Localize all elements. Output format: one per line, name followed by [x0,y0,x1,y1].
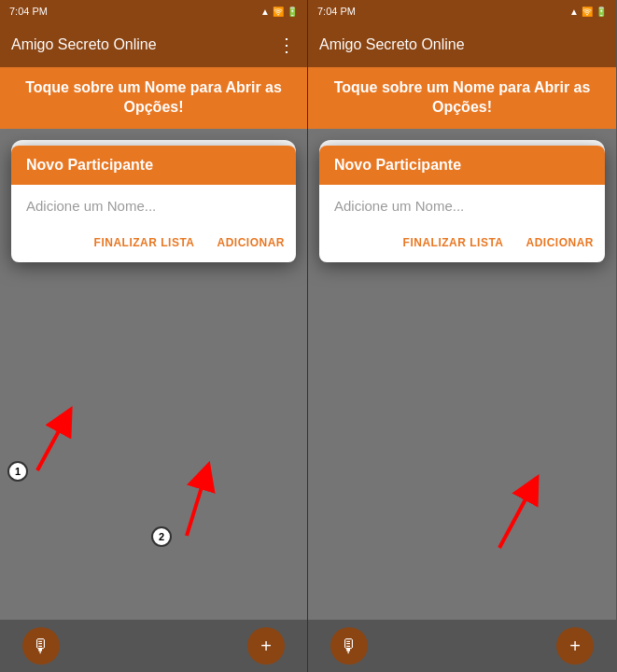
left-arrow-2-svg [131,447,224,540]
left-battery-icon: 🔋 [287,7,298,17]
left-badge-1: 1 [7,461,28,482]
right-dialog-header: Novo Participante [319,146,605,185]
right-dialog-body: Adicione um Nome... [319,185,605,229]
left-dialog-body: Adicione um Nome... [11,185,296,229]
left-dialog-input[interactable]: Adicione um Nome... [26,198,281,221]
right-finalize-button[interactable]: FINALIZAR LISTA [400,232,508,253]
right-bottom-bar: 🎙 + [308,620,616,672]
svg-line-0 [37,419,65,470]
left-app-title: Amigo Secreto Online [11,36,157,53]
left-banner-text: Toque sobre um Nome para Abrir as Opções… [25,79,282,115]
right-status-bar: 7:04 PM ▲ 🛜 🔋 [308,0,616,22]
left-add-participant-button[interactable]: + [247,627,285,665]
right-dialog-input[interactable]: Adicione um Nome... [334,198,590,221]
right-banner-text: Toque sobre um Nome para Abrir as Opções… [334,79,591,115]
svg-line-2 [499,487,532,548]
left-mic-button[interactable]: 🎙 [22,627,60,665]
left-app-bar: Amigo Secreto Online ⋮ [0,22,307,67]
left-dialog: Novo Participante Adicione um Nome... FI… [11,146,296,262]
svg-line-1 [187,475,205,536]
left-badge-2: 2 [151,526,172,547]
right-content-area: Rodrigo Alan Novo Participante Adicione … [308,129,616,620]
right-status-time: 7:04 PM [317,6,356,17]
left-phone-panel: 7:04 PM ▲ 🛜 🔋 Amigo Secreto Online ⋮ Toq… [0,0,308,672]
left-dialog-actions: FINALIZAR LISTA ADICIONAR [11,229,296,262]
left-status-icons: ▲ 🛜 🔋 [260,7,298,17]
right-phone-panel: 7:04 PM ▲ 🛜 🔋 Amigo Secreto Online Toque… [308,0,616,672]
left-plus-icon: + [260,636,272,657]
left-banner: Toque sobre um Nome para Abrir as Opções… [0,67,307,129]
right-plus-icon: + [569,636,581,657]
right-wifi-icon: 🛜 [582,7,593,17]
right-add-button[interactable]: ADICIONAR [523,232,598,253]
left-finalize-button[interactable]: FINALIZAR LISTA [91,232,199,253]
right-signal-icon: ▲ [569,7,579,17]
left-menu-dots-icon[interactable]: ⋮ [277,34,296,56]
right-app-bar: Amigo Secreto Online [308,22,616,67]
left-dialog-header: Novo Participante [11,146,296,185]
right-add-participant-button[interactable]: + [556,627,594,665]
left-status-bar: 7:04 PM ▲ 🛜 🔋 [0,0,307,22]
right-dialog-actions: FINALIZAR LISTA ADICIONAR [319,229,605,262]
right-banner: Toque sobre um Nome para Abrir as Opções… [308,67,616,129]
left-bottom-bar: 🎙 + [0,620,307,672]
left-dialog-title: Novo Participante [26,157,153,173]
right-dialog-overlay: Novo Participante Adicione um Nome... FI… [308,129,616,273]
left-dialog-overlay: Novo Participante Adicione um Nome... FI… [0,129,307,273]
right-app-title: Amigo Secreto Online [319,36,465,53]
right-arrow-svg [453,450,555,553]
left-wifi-icon: 🛜 [273,7,284,17]
left-mic-icon: 🎙 [32,636,50,657]
left-signal-icon: ▲ [260,7,270,17]
right-mic-icon: 🎙 [340,636,358,657]
left-add-button[interactable]: ADICIONAR [214,232,289,253]
left-content-area: Rodrigo Alan Novo Participante Adicione … [0,129,307,620]
right-battery-icon: 🔋 [596,7,607,17]
right-dialog: Novo Participante Adicione um Nome... FI… [319,146,605,262]
right-mic-button[interactable]: 🎙 [330,627,368,665]
right-status-icons: ▲ 🛜 🔋 [569,7,607,17]
right-dialog-title: Novo Participante [334,157,461,173]
left-status-time: 7:04 PM [9,6,48,17]
